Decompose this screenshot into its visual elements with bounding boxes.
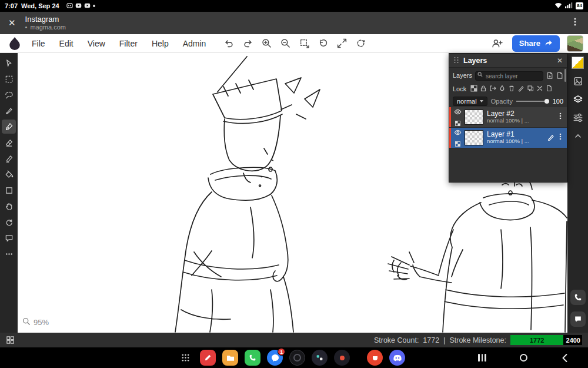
menu-file[interactable]: File xyxy=(25,36,52,51)
fill-tool[interactable] xyxy=(2,167,16,181)
stroke-count-label: Stroke Count: xyxy=(374,336,419,344)
notes-app-icon[interactable] xyxy=(200,350,216,366)
notification-badge: 1 xyxy=(278,348,285,356)
drag-handle-icon[interactable] xyxy=(453,55,459,66)
stack-icon[interactable] xyxy=(527,84,534,94)
lock-label: Lock xyxy=(453,85,466,92)
pen-lock-icon[interactable] xyxy=(517,84,524,94)
signal-icon xyxy=(565,2,573,10)
layer-search-input[interactable] xyxy=(475,71,543,81)
page-title: Instagram xyxy=(25,15,66,24)
rotate-ccw-icon[interactable] xyxy=(315,37,330,51)
export-lock-icon[interactable] xyxy=(489,84,496,94)
layers-panel-title: Layers xyxy=(463,57,487,65)
comment-tool[interactable] xyxy=(2,231,16,245)
page-icon[interactable] xyxy=(546,84,553,94)
close-panel-icon[interactable]: ✕ xyxy=(557,57,563,65)
share-arrow-icon xyxy=(544,39,553,48)
grid-toggle-icon[interactable] xyxy=(6,336,15,344)
brush-tool[interactable] xyxy=(2,120,16,134)
pen-tool[interactable] xyxy=(2,104,16,118)
user-avatar[interactable] xyxy=(567,35,583,52)
share-button[interactable]: Share xyxy=(512,35,560,52)
droplet-lock-icon[interactable] xyxy=(499,84,506,94)
transform-icon[interactable] xyxy=(296,37,312,51)
menu-help[interactable]: Help xyxy=(145,36,176,51)
menu-edit[interactable]: Edit xyxy=(52,36,81,51)
zoom-in-icon[interactable] xyxy=(259,37,274,51)
expand-icon[interactable] xyxy=(334,37,349,51)
app-drawer-icon[interactable] xyxy=(181,353,190,364)
close-icon[interactable]: ✕ xyxy=(8,18,16,28)
collaborator-accent xyxy=(449,107,451,127)
color-swatch[interactable] xyxy=(572,57,584,69)
back-icon[interactable] xyxy=(556,347,573,368)
new-layer-icon[interactable] xyxy=(546,72,553,79)
sliders-icon[interactable] xyxy=(572,112,584,124)
checkerboard-lock-icon[interactable] xyxy=(470,84,477,94)
layer-row-2[interactable]: Layer #2 normal 100% | ... xyxy=(449,107,567,128)
pocket-app-icon[interactable] xyxy=(367,350,383,366)
layers-panel-icon[interactable] xyxy=(572,94,584,105)
layer-name: Layer #2 xyxy=(487,110,557,118)
clear-icon[interactable] xyxy=(536,84,543,94)
recents-icon[interactable] xyxy=(473,347,491,368)
layer-row-1[interactable]: Layer #1 normal 100% | ... xyxy=(449,128,567,148)
favicon-dot: • xyxy=(25,24,28,31)
zoom-indicator: 95% xyxy=(22,317,49,327)
page-url: magma.com xyxy=(30,24,66,31)
new-group-icon[interactable] xyxy=(556,72,563,79)
android-nav-bar: 1 xyxy=(0,347,588,368)
lasso-select-tool[interactable] xyxy=(2,88,16,102)
menu-view[interactable]: View xyxy=(81,36,112,51)
collapse-icon[interactable] xyxy=(572,130,584,142)
rotate-canvas-tool[interactable] xyxy=(2,215,16,229)
layer-thumbnail[interactable] xyxy=(465,130,483,145)
layer-name: Layer #1 xyxy=(487,131,547,139)
chat-button[interactable] xyxy=(570,311,586,327)
game-app-icon[interactable] xyxy=(312,350,328,366)
right-sidebar xyxy=(567,53,588,333)
camera-app-icon[interactable] xyxy=(289,350,305,366)
trash-icon[interactable] xyxy=(508,84,515,94)
game-app-icon[interactable] xyxy=(334,350,350,366)
discord-app-icon[interactable] xyxy=(389,350,405,366)
zoom-level: 95% xyxy=(34,318,49,327)
padlock-icon[interactable] xyxy=(480,84,487,94)
separator: | xyxy=(443,336,445,344)
files-app-icon[interactable] xyxy=(222,350,238,366)
home-icon[interactable] xyxy=(514,347,532,368)
layer-menu-icon[interactable] xyxy=(557,132,564,143)
kebab-menu-icon[interactable] xyxy=(570,16,580,29)
call-button[interactable] xyxy=(570,290,586,305)
layers-panel-header[interactable]: Layers ✕ xyxy=(449,54,567,68)
marker-tool[interactable] xyxy=(2,151,16,165)
layer-visibility-icon[interactable] xyxy=(454,127,462,138)
redo-icon[interactable] xyxy=(240,37,255,51)
marquee-select-tool[interactable] xyxy=(2,72,16,86)
hand-tool[interactable] xyxy=(2,199,16,213)
zoom-out-icon[interactable] xyxy=(278,37,293,51)
more-tools[interactable] xyxy=(2,247,16,261)
opacity-slider[interactable] xyxy=(516,98,549,104)
add-user-icon[interactable] xyxy=(490,37,505,51)
milestone-max: 2400 xyxy=(566,335,580,345)
panel-scrollbar[interactable] xyxy=(564,69,566,82)
blend-mode-select[interactable]: normal xyxy=(453,97,487,106)
move-tool[interactable] xyxy=(2,56,16,70)
messenger-app-icon[interactable]: 1 xyxy=(267,350,283,366)
menu-filter[interactable]: Filter xyxy=(112,36,145,51)
share-label: Share xyxy=(519,39,540,48)
palette-icon[interactable] xyxy=(572,75,584,87)
undo-icon[interactable] xyxy=(221,37,236,51)
layer-thumbnail[interactable] xyxy=(465,110,483,125)
eraser-tool[interactable] xyxy=(2,135,16,150)
menu-admin[interactable]: Admin xyxy=(176,36,213,51)
reset-view-icon[interactable] xyxy=(353,37,368,51)
opacity-value: 100 xyxy=(553,98,563,105)
phone-app-icon[interactable] xyxy=(245,350,260,366)
layer-menu-icon[interactable] xyxy=(557,112,564,122)
shape-tool[interactable] xyxy=(2,183,16,197)
layer-visibility-icon[interactable] xyxy=(454,107,462,117)
alpha-lock-toggle-icon[interactable] xyxy=(455,138,460,149)
